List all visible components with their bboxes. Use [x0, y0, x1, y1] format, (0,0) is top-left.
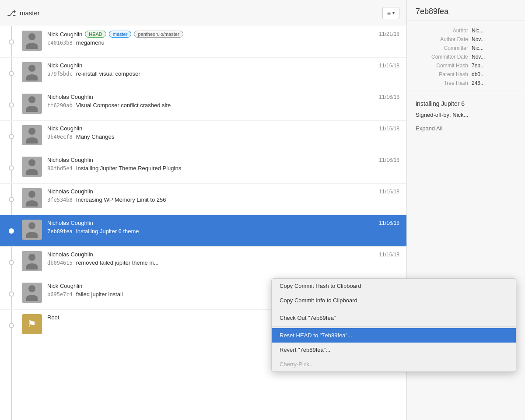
- context-menu-copy-info[interactable]: Copy Commit Info to Clipboard: [272, 293, 516, 308]
- commit-author: Root: [47, 314, 59, 321]
- commit-body-signed: Signed-off-by: Nick...: [416, 112, 516, 118]
- commit-item[interactable]: Nicholas Coughlin 11/16/18 ff6290ab Visu…: [0, 89, 406, 121]
- commit-date: 11/16/18: [379, 220, 399, 226]
- timeline-dot: [9, 102, 14, 108]
- commit-message: Increasing WP Memory Limit to 256: [76, 196, 166, 203]
- context-menu-checkout[interactable]: Check Out "7eb89fea": [272, 311, 516, 325]
- timeline-dot: [9, 323, 14, 328]
- detail-row: Parent Hash db0...: [407, 70, 525, 79]
- commit-author: Nicholas Coughlin: [47, 94, 93, 100]
- commit-info: Nicholas Coughlin 11/16/18 7eb89fea inst…: [47, 220, 399, 234]
- commit-message: megamenu: [76, 39, 105, 46]
- commit-item[interactable]: Nicholas Coughlin 11/16/18 db094615 remo…: [0, 247, 406, 278]
- context-menu-copy-hash[interactable]: Copy Commit Hash to Clipboard: [272, 279, 516, 293]
- commit-info: Nicholas Coughlin 11/16/18 ff6290ab Visu…: [47, 94, 399, 108]
- author-label: Author: [416, 28, 468, 34]
- hamburger-icon: ≡: [387, 10, 391, 17]
- commit-date: 11/16/18: [379, 157, 399, 163]
- timeline-dot: [9, 165, 14, 171]
- commit-date: 11/16/18: [379, 63, 399, 69]
- commit-item[interactable]: Nick Coughlin HEAD master pantheon.io/ma…: [0, 26, 406, 58]
- timeline-dot: [9, 71, 14, 76]
- commit-hash: b695e7c4: [47, 291, 73, 298]
- commit-info: Nicholas Coughlin 11/16/18 80fbd5e4 Inst…: [47, 157, 399, 172]
- expand-all-button[interactable]: Expand All: [416, 125, 442, 132]
- commit-body-message: installing Jupiter 6: [416, 100, 516, 107]
- commit-message: Visual Composer conflict crashed site: [76, 102, 171, 108]
- author-date-value: Nov...: [472, 36, 485, 42]
- commit-info: Nick Coughlin 11/16/18 a79f5bdc re-insta…: [47, 62, 399, 77]
- commit-item-selected[interactable]: Nicholas Coughlin 11/16/18 7eb89fea inst…: [0, 215, 406, 247]
- detail-row: Author Date Nov...: [407, 35, 525, 44]
- commit-item[interactable]: Nick Coughlin 11/16/18 a79f5bdc re-insta…: [0, 58, 406, 89]
- commit-message: installing Jupiter 6 theme: [76, 228, 139, 234]
- tree-hash-label: Tree Hash: [416, 80, 468, 86]
- tag-head: HEAD: [85, 31, 106, 38]
- avatar: [22, 188, 42, 208]
- commit-item[interactable]: Nicholas Coughlin 11/16/18 3fe534b8 Incr…: [0, 184, 406, 215]
- context-menu-reset-head[interactable]: Reset HEAD to "7eb89fea"...: [272, 328, 516, 343]
- commit-hash: ff6290ab: [47, 102, 73, 108]
- commit-hash: 3fe534b8: [47, 197, 73, 203]
- commit-info: Nicholas Coughlin 11/16/18 db094615 remo…: [47, 251, 399, 266]
- commit-date: 11/16/18: [379, 94, 399, 100]
- commit-author: Nicholas Coughlin: [47, 251, 93, 258]
- timeline-dot: [9, 39, 14, 45]
- commit-hash: 80fbd5e4: [47, 165, 73, 172]
- commit-info: Nick Coughlin 11/16/18 9b40ecf8 Many Cha…: [47, 125, 399, 140]
- timeline-dot: [9, 291, 14, 297]
- detail-row: Tree Hash 246...: [407, 79, 525, 88]
- committer-value: Nic...: [472, 45, 483, 51]
- avatar: [22, 251, 42, 271]
- commit-item[interactable]: Nick Coughlin 11/16/18 9b40ecf8 Many Cha…: [0, 121, 406, 152]
- detail-row: Commit Hash 7eb...: [407, 61, 525, 70]
- avatar: [22, 94, 42, 114]
- commit-date: 11/21/18: [379, 31, 399, 37]
- commit-hash-label: Commit Hash: [416, 63, 468, 69]
- avatar: [22, 220, 42, 240]
- context-menu-revert[interactable]: Revert "7eb89fea"...: [272, 343, 516, 357]
- commit-message: re-install visual composer: [76, 70, 140, 77]
- right-header: 7eb89fea: [407, 0, 525, 21]
- commit-hash: c40163b8: [47, 40, 73, 46]
- committer-date-label: Committer Date: [416, 54, 468, 60]
- detail-row: Author Nic...: [407, 26, 525, 35]
- commit-author: Nicholas Coughlin: [47, 188, 93, 195]
- parent-hash-value: db0...: [472, 71, 485, 77]
- commit-message: Many Changes: [76, 133, 114, 140]
- author-date-label: Author Date: [416, 36, 468, 42]
- avatar: [22, 31, 42, 51]
- tag-pantheon: pantheon.io/master: [134, 31, 183, 38]
- commit-hash-value: 7eb...: [472, 63, 485, 69]
- avatar: [22, 157, 42, 177]
- branch-icon: ⎇: [7, 8, 16, 18]
- commit-author: Nick Coughlin: [47, 283, 82, 289]
- commit-author: Nick Coughlin: [47, 62, 82, 69]
- context-menu-separator: [272, 326, 516, 327]
- commit-author: Nick Coughlin: [47, 125, 82, 132]
- commit-message: failed jupiter install: [76, 291, 123, 298]
- commit-item[interactable]: Nicholas Coughlin 11/16/18 80fbd5e4 Inst…: [0, 152, 406, 184]
- context-menu: Copy Commit Hash to Clipboard Copy Commi…: [271, 278, 516, 372]
- commit-info: Nicholas Coughlin 11/16/18 3fe534b8 Incr…: [47, 188, 399, 203]
- commit-info: Nick Coughlin HEAD master pantheon.io/ma…: [47, 31, 399, 46]
- detail-row: Committer Nic...: [407, 44, 525, 52]
- chevron-down-icon: ▾: [392, 10, 395, 15]
- header: ⎇ master ≡ ▾: [0, 0, 406, 26]
- commit-hash: 9b40ecf8: [47, 134, 73, 140]
- commit-author: Nicholas Coughlin: [47, 220, 93, 226]
- tag-master: master: [109, 31, 132, 38]
- commit-date: 11/16/18: [379, 252, 399, 258]
- context-menu-cherry-pick: Cherry-Pick...: [272, 357, 516, 371]
- menu-button[interactable]: ≡ ▾: [382, 7, 399, 19]
- avatar: [22, 283, 42, 303]
- commit-hash: db094615: [47, 260, 73, 266]
- committer-date-value: Nov...: [472, 54, 485, 60]
- tree-hash-value: 246...: [472, 80, 485, 86]
- avatar: ⚑: [22, 314, 42, 334]
- commit-date: 11/16/18: [379, 189, 399, 195]
- commit-hash: 7eb89fea: [47, 228, 73, 234]
- commit-hash: a79f5bdc: [47, 71, 73, 77]
- avatar: [22, 125, 42, 145]
- timeline-dot: [9, 134, 14, 139]
